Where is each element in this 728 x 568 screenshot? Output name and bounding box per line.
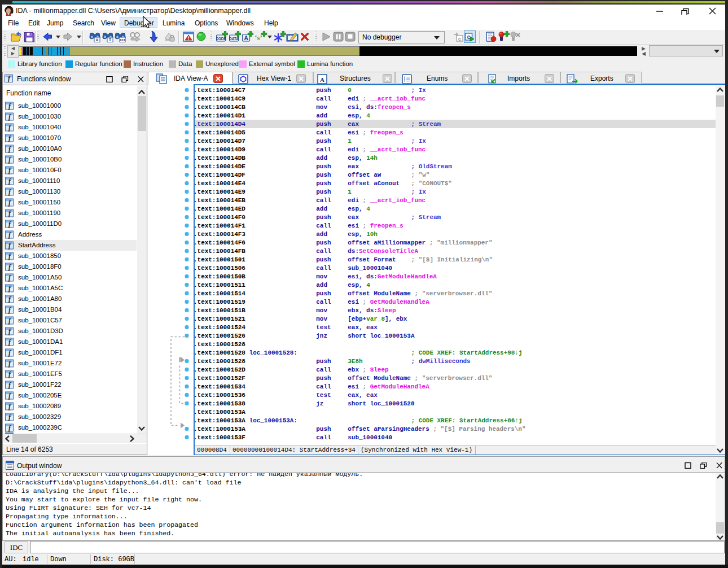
svg-text:DATA: DATA <box>229 37 239 41</box>
svg-text:CODE: CODE <box>216 37 227 41</box>
svg-text:c: c <box>458 37 461 42</box>
svg-text:A: A <box>244 35 248 41</box>
svg-text:101: 101 <box>120 38 126 42</box>
svg-text:A: A <box>320 76 324 83</box>
svg-text:‘s’: ‘s’ <box>255 33 262 42</box>
svg-text:T: T <box>109 37 112 42</box>
svg-text:#: # <box>96 37 99 42</box>
